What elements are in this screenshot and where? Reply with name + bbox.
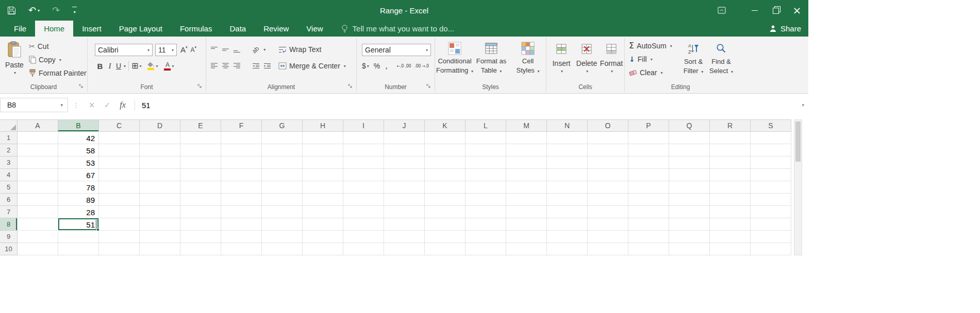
cell-O9[interactable] <box>588 231 628 243</box>
row-header-10[interactable]: 10 <box>0 243 18 255</box>
chevron-down-icon[interactable]: ▾ <box>500 69 502 74</box>
cell-L8[interactable] <box>466 218 506 231</box>
enter-button[interactable]: ✓ <box>99 100 115 110</box>
cell-M7[interactable] <box>506 206 547 218</box>
decrease-decimal-button[interactable]: .00 →.0 <box>414 64 429 68</box>
cell-L6[interactable] <box>466 194 506 206</box>
undo-button[interactable]: ↶ ▾ <box>28 6 40 15</box>
cell-C4[interactable] <box>99 169 140 181</box>
chevron-down-icon[interactable]: ▾ <box>731 69 733 74</box>
cell-Q10[interactable] <box>669 243 710 255</box>
cell-F1[interactable] <box>221 132 262 144</box>
cell-E6[interactable] <box>180 194 221 206</box>
cell-E9[interactable] <box>180 231 221 243</box>
insert-function-button[interactable]: fx <box>115 100 130 110</box>
cell-P8[interactable] <box>628 218 669 231</box>
redo-button[interactable]: ↷ <box>52 6 60 15</box>
cell-E5[interactable] <box>180 181 221 194</box>
cell-R8[interactable] <box>710 218 751 231</box>
row-header-7[interactable]: 7 <box>0 206 18 218</box>
row-header-2[interactable]: 2 <box>0 144 18 156</box>
cell-Q1[interactable] <box>669 132 710 144</box>
increase-font-size-button[interactable]: A▾ <box>180 45 188 54</box>
chevron-down-icon[interactable]: ▾ <box>651 57 653 62</box>
cell-K10[interactable] <box>425 243 466 255</box>
chevron-down-icon[interactable]: ▾ <box>586 69 588 74</box>
cell-G2[interactable] <box>262 144 303 156</box>
cell-H2[interactable] <box>303 144 343 156</box>
align-left-icon[interactable] <box>210 62 218 69</box>
cell-C5[interactable] <box>99 181 140 194</box>
cell-L7[interactable] <box>466 206 506 218</box>
cell-O3[interactable] <box>588 156 628 169</box>
chevron-down-icon[interactable]: ▾ <box>426 48 428 53</box>
cell-D10[interactable] <box>140 243 180 255</box>
cell-F3[interactable] <box>221 156 262 169</box>
cell-Q6[interactable] <box>669 194 710 206</box>
undo-caret-icon[interactable]: ▾ <box>38 8 40 13</box>
cell-I3[interactable] <box>343 156 384 169</box>
cell-N5[interactable] <box>547 181 588 194</box>
comma-button[interactable]: , <box>385 61 387 71</box>
tab-data[interactable]: Data <box>221 21 255 37</box>
borders-button[interactable]: ⊞ <box>131 62 138 70</box>
close-button[interactable]: × <box>786 0 808 21</box>
cell-C10[interactable] <box>99 243 140 255</box>
cell-H5[interactable] <box>303 181 343 194</box>
cell-H8[interactable] <box>303 218 343 231</box>
cell-B5[interactable]: 78 <box>58 181 99 194</box>
align-middle-icon[interactable] <box>222 46 229 54</box>
merge-caret-icon[interactable]: ▾ <box>344 64 346 68</box>
delete-cells-button[interactable]: Delete ▾ <box>574 39 599 74</box>
cell-N10[interactable] <box>547 243 588 255</box>
cell-Q2[interactable] <box>669 144 710 156</box>
cell-G9[interactable] <box>262 231 303 243</box>
cell-O5[interactable] <box>588 181 628 194</box>
cell-F6[interactable] <box>221 194 262 206</box>
cell-L5[interactable] <box>466 181 506 194</box>
cell-M6[interactable] <box>506 194 547 206</box>
restore-button[interactable] <box>765 0 786 21</box>
tab-file[interactable]: File <box>5 21 35 37</box>
cell-O2[interactable] <box>588 144 628 156</box>
cell-M2[interactable] <box>506 144 547 156</box>
vertical-scrollbar[interactable] <box>794 119 802 255</box>
chevron-down-icon[interactable]: ▾ <box>611 69 613 74</box>
cell-R9[interactable] <box>710 231 751 243</box>
column-header-I[interactable]: I <box>343 119 384 132</box>
cell-M8[interactable] <box>506 218 547 231</box>
font-color-caret-icon[interactable]: ▾ <box>172 64 174 68</box>
wrap-text-button[interactable]: Wrap Text <box>278 44 322 55</box>
cell-F2[interactable] <box>221 144 262 156</box>
cell-B4[interactable]: 67 <box>58 169 99 181</box>
cell-B10[interactable] <box>58 243 99 255</box>
cell-K3[interactable] <box>425 156 466 169</box>
row-header-6[interactable]: 6 <box>0 194 18 206</box>
cell-B6[interactable]: 89 <box>58 194 99 206</box>
select-all-corner[interactable] <box>0 119 18 132</box>
column-header-G[interactable]: G <box>262 119 303 132</box>
cell-A5[interactable] <box>18 181 58 194</box>
format-as-table-button[interactable]: Format as Table ▾ <box>473 39 509 76</box>
cell-P9[interactable] <box>628 231 669 243</box>
cell-S7[interactable] <box>751 206 791 218</box>
cell-Q3[interactable] <box>669 156 710 169</box>
cell-O10[interactable] <box>588 243 628 255</box>
cell-J4[interactable] <box>384 169 425 181</box>
cell-S2[interactable] <box>751 144 791 156</box>
cell-N6[interactable] <box>547 194 588 206</box>
cell-K9[interactable] <box>425 231 466 243</box>
cell-M3[interactable] <box>506 156 547 169</box>
cell-N2[interactable] <box>547 144 588 156</box>
name-box[interactable]: B8 ▾ <box>0 98 68 112</box>
cell-R7[interactable] <box>710 206 751 218</box>
cell-G1[interactable] <box>262 132 303 144</box>
cell-R1[interactable] <box>710 132 751 144</box>
row-header-1[interactable]: 1 <box>0 132 18 144</box>
column-header-F[interactable]: F <box>221 119 262 132</box>
column-header-M[interactable]: M <box>506 119 547 132</box>
cell-P10[interactable] <box>628 243 669 255</box>
cell-E4[interactable] <box>180 169 221 181</box>
cell-A9[interactable] <box>18 231 58 243</box>
format-cells-button[interactable]: Format ▾ <box>599 39 624 74</box>
